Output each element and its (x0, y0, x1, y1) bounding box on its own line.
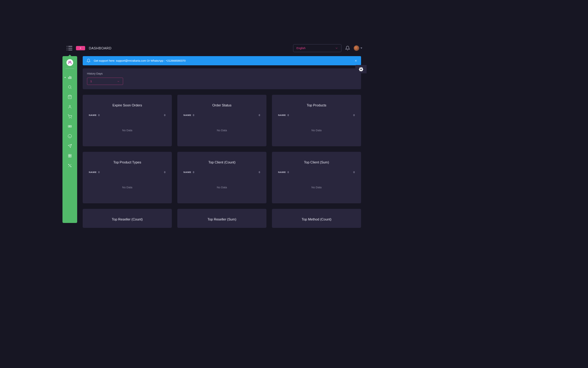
logo[interactable] (66, 59, 73, 66)
card-top-method-count: Top Method (Count) (272, 209, 361, 228)
sidebar-item-tools[interactable] (62, 161, 77, 171)
column-header-name[interactable]: NAME (89, 171, 100, 174)
card-title: Order Status (183, 103, 261, 107)
chevron-down-icon (360, 48, 362, 49)
card-title: Top Method (Count) (277, 217, 356, 221)
sort-icon[interactable] (164, 171, 166, 173)
card-title: Top Products (277, 103, 356, 107)
card-title: Top Reseller (Count) (88, 217, 166, 221)
sidebar-item-feedback[interactable] (62, 131, 77, 141)
sidebar-divider (66, 68, 74, 69)
alert-text: Get support here: support@mrzakaria.com … (94, 59, 186, 62)
sidebar-item-send[interactable] (62, 141, 77, 151)
card-title: Top Client (Count) (183, 160, 261, 164)
sort-icon[interactable] (353, 171, 355, 173)
svg-line-4 (70, 88, 71, 89)
no-data-text: No Data (88, 129, 166, 132)
svg-rect-0 (68, 77, 69, 79)
history-panel: History Days 1 (83, 68, 361, 89)
card-title: Top Client (Sum) (277, 160, 356, 164)
svg-point-8 (71, 118, 71, 118)
card-top-product-types: Top Product Types NAME No Data (83, 152, 172, 203)
back-button[interactable] (76, 46, 85, 50)
language-value: English (296, 47, 306, 50)
sidebar-item-dashboard[interactable] (62, 72, 77, 82)
card-title: Expire Soon Orders (88, 103, 166, 107)
history-value: 1 (90, 80, 92, 83)
notifications-icon[interactable] (345, 46, 350, 51)
page-title: DASHBOARD (89, 46, 111, 50)
no-data-text: No Data (88, 186, 166, 189)
no-data-text: No Data (277, 186, 356, 189)
card-top-reseller-count: Top Reseller (Count) (83, 209, 172, 228)
svg-rect-17 (68, 154, 70, 155)
sort-icon[interactable] (164, 114, 166, 116)
history-select[interactable]: 1 (87, 78, 123, 85)
sidebar-item-config[interactable] (62, 151, 77, 161)
svg-point-12 (68, 134, 72, 138)
column-header-name[interactable]: NAME (89, 114, 100, 117)
sidebar (62, 56, 77, 223)
card-top-client-sum: Top Client (Sum) NAME No Data (272, 152, 361, 203)
card-title: Top Reseller (Sum) (183, 217, 261, 221)
svg-rect-2 (71, 77, 71, 79)
sidebar-item-search[interactable] (62, 82, 77, 92)
card-top-products: Top Products NAME No Data (272, 95, 361, 146)
svg-point-6 (69, 105, 71, 107)
support-alert: Get support here: support@mrzakaria.com … (83, 56, 361, 65)
card-top-reseller-sum: Top Reseller (Sum) (177, 209, 266, 228)
column-header-name[interactable]: NAME (278, 114, 289, 117)
language-select[interactable]: English (293, 44, 341, 52)
svg-point-3 (68, 86, 71, 88)
sort-icon[interactable] (258, 171, 260, 173)
column-header-name[interactable]: NAME (183, 171, 194, 174)
svg-rect-19 (68, 156, 70, 157)
card-top-client-count: Top Client (Count) NAME No Data (177, 152, 266, 203)
no-data-text: No Data (183, 129, 261, 132)
avatar (354, 45, 359, 51)
menu-toggle-button[interactable] (67, 46, 72, 50)
no-data-text: No Data (183, 186, 261, 189)
card-title: Top Product Types (88, 160, 166, 164)
card-grid: Expire Soon Orders NAME No Data Order St… (83, 95, 361, 228)
settings-button[interactable] (355, 65, 367, 73)
user-menu[interactable] (354, 45, 362, 51)
no-data-text: No Data (277, 129, 356, 132)
sort-icon[interactable] (258, 114, 260, 116)
bell-icon (86, 59, 91, 63)
alert-close-button[interactable] (354, 58, 357, 63)
card-order-status: Order Status NAME No Data (177, 95, 266, 146)
sidebar-item-orders[interactable] (62, 112, 77, 121)
svg-rect-20 (70, 156, 71, 157)
sidebar-item-products[interactable] (62, 92, 77, 102)
history-label: History Days (87, 72, 357, 75)
sidebar-item-resellers[interactable] (62, 121, 77, 131)
gear-icon (359, 67, 364, 72)
sort-icon[interactable] (353, 114, 355, 116)
sidebar-item-clients[interactable] (62, 102, 77, 112)
column-header-name[interactable]: NAME (183, 114, 194, 117)
svg-point-7 (69, 118, 70, 118)
card-expire-soon-orders: Expire Soon Orders NAME No Data (83, 95, 172, 146)
column-header-name[interactable]: NAME (278, 171, 289, 174)
svg-rect-1 (70, 76, 70, 79)
svg-rect-18 (70, 154, 71, 155)
